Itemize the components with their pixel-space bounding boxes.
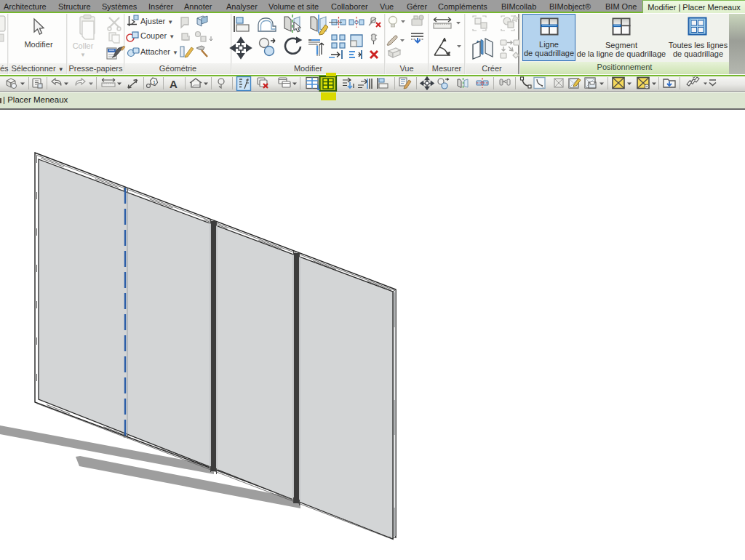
svg-text:A: A [170, 78, 178, 90]
svg-text:1: 1 [153, 80, 156, 85]
